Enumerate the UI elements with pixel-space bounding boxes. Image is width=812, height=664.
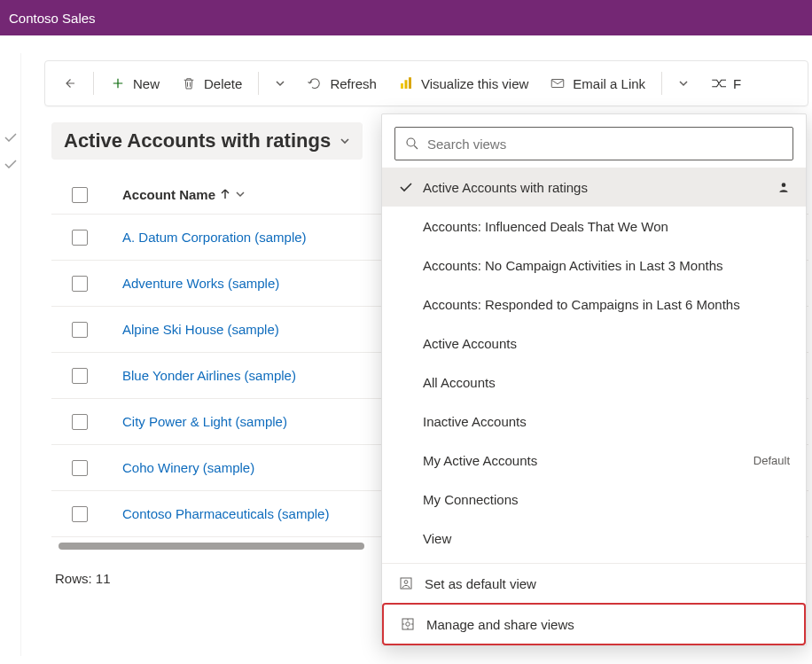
view-item-active-accounts-ratings[interactable]: Active Accounts with ratings <box>382 168 806 207</box>
manage-views-icon <box>400 616 416 632</box>
search-icon <box>404 136 420 152</box>
chevron-down-icon <box>235 189 246 199</box>
view-item[interactable]: Inactive Accounts <box>382 402 806 441</box>
plus-icon <box>110 75 126 91</box>
svg-rect-1 <box>404 80 407 89</box>
view-item[interactable]: Accounts: No Campaign Activities in Last… <box>382 246 806 285</box>
email-link-button[interactable]: Email a Link <box>541 70 654 97</box>
view-item[interactable]: My Connections <box>382 480 806 519</box>
record-link[interactable]: Adventure Works (sample) <box>122 276 279 291</box>
set-default-view-button[interactable]: Set as default view <box>382 564 806 603</box>
view-item-label: Accounts: No Campaign Activities in Last… <box>423 258 790 273</box>
row-checkbox[interactable] <box>51 322 108 338</box>
svg-point-9 <box>406 622 410 627</box>
chevron-down-icon <box>275 78 285 89</box>
record-link[interactable]: City Power & Light (sample) <box>122 414 287 429</box>
delete-more-button[interactable] <box>266 73 294 94</box>
row-checkbox[interactable] <box>51 414 108 430</box>
view-item-label: Active Accounts with ratings <box>423 180 769 195</box>
view-list: Active Accounts with ratings Accounts: I… <box>382 168 806 563</box>
view-item-label: My Connections <box>423 492 790 507</box>
view-item[interactable]: View <box>382 519 806 558</box>
sort-asc-icon <box>221 189 230 199</box>
new-label: New <box>133 76 160 91</box>
check-icon <box>398 183 414 192</box>
view-item-label: My Active Accounts <box>423 453 745 468</box>
flow-button[interactable]: F <box>701 70 743 97</box>
checkbox-icon <box>72 368 88 384</box>
left-rail <box>0 53 21 656</box>
view-item[interactable]: Active Accounts <box>382 324 806 363</box>
record-link[interactable]: Coho Winery (sample) <box>122 460 254 475</box>
record-link[interactable]: A. Datum Corporation (sample) <box>122 230 307 245</box>
flow-label: F <box>733 76 741 91</box>
checkbox-icon <box>72 230 88 246</box>
chevron-down-icon <box>678 78 689 89</box>
toolbar: New Delete Refresh Visualize this view E… <box>44 60 808 106</box>
person-icon <box>777 181 790 193</box>
view-item-label: Inactive Accounts <box>423 414 790 429</box>
refresh-label: Refresh <box>330 76 377 91</box>
set-default-label: Set as default view <box>425 576 536 591</box>
default-badge: Default <box>753 454 790 467</box>
back-button[interactable] <box>52 70 86 97</box>
view-item[interactable]: Accounts: Influenced Deals That We Won <box>382 207 806 246</box>
new-button[interactable]: New <box>101 70 168 97</box>
view-selector[interactable]: Active Accounts with ratings <box>51 122 363 160</box>
row-checkbox[interactable] <box>51 230 108 246</box>
visualize-button[interactable]: Visualize this view <box>389 70 537 97</box>
view-item-label: Accounts: Responded to Campaigns in Last… <box>423 297 790 312</box>
chevron-down-icon <box>340 136 350 146</box>
delete-button[interactable]: Delete <box>172 70 251 97</box>
refresh-icon <box>307 75 323 91</box>
delete-label: Delete <box>204 76 242 91</box>
flow-icon <box>710 75 726 91</box>
record-link[interactable]: Alpine Ski House (sample) <box>122 322 279 337</box>
record-link[interactable]: Contoso Pharmaceuticals (sample) <box>122 506 329 521</box>
row-checkbox[interactable] <box>51 276 108 292</box>
column-header-label: Account Name <box>122 187 215 202</box>
refresh-button[interactable]: Refresh <box>298 70 386 97</box>
row-checkbox[interactable] <box>51 368 108 384</box>
checkbox-icon <box>72 276 88 292</box>
select-all-cell[interactable] <box>51 187 108 203</box>
view-item[interactable]: All Accounts <box>382 363 806 402</box>
horizontal-scrollbar[interactable] <box>59 543 364 550</box>
svg-point-4 <box>407 138 415 146</box>
visualize-label: Visualize this view <box>421 76 528 91</box>
email-more-button[interactable] <box>669 73 698 94</box>
search-wrap <box>382 114 806 168</box>
view-item[interactable]: My Active Accounts Default <box>382 441 806 480</box>
checkbox-icon <box>72 460 88 476</box>
view-item[interactable]: Accounts: Responded to Campaigns in Last… <box>382 285 806 324</box>
view-item-label: Active Accounts <box>423 336 790 351</box>
svg-rect-2 <box>409 77 411 89</box>
record-link[interactable]: Blue Yonder Airlines (sample) <box>122 368 296 383</box>
view-title: Active Accounts with ratings <box>64 129 331 152</box>
highlight-box: Manage and share views <box>382 603 806 645</box>
svg-point-7 <box>404 581 408 584</box>
sub-bar <box>0 35 812 53</box>
rail-check-icon <box>4 133 17 142</box>
row-checkbox[interactable] <box>51 460 108 476</box>
search-views-input[interactable] <box>394 127 793 160</box>
divider <box>93 72 94 95</box>
view-selector-popover: Active Accounts with ratings Accounts: I… <box>381 113 807 646</box>
divider <box>661 72 662 95</box>
manage-share-views-button[interactable]: Manage and share views <box>384 605 804 644</box>
checkbox-icon <box>72 506 88 522</box>
svg-rect-0 <box>401 83 403 89</box>
checkbox-icon <box>72 322 88 338</box>
trash-icon <box>181 75 197 91</box>
row-checkbox[interactable] <box>51 506 108 522</box>
view-item-label: All Accounts <box>423 375 790 390</box>
rail-check-icon <box>4 160 17 168</box>
checkbox-icon <box>72 187 88 203</box>
svg-point-5 <box>782 183 786 187</box>
app-header: Contoso Sales <box>0 0 812 35</box>
back-arrow-icon <box>61 75 77 91</box>
view-item-label: View <box>423 531 790 546</box>
search-field[interactable] <box>427 137 784 152</box>
manage-share-label: Manage and share views <box>426 617 574 632</box>
app-title: Contoso Sales <box>9 11 96 26</box>
